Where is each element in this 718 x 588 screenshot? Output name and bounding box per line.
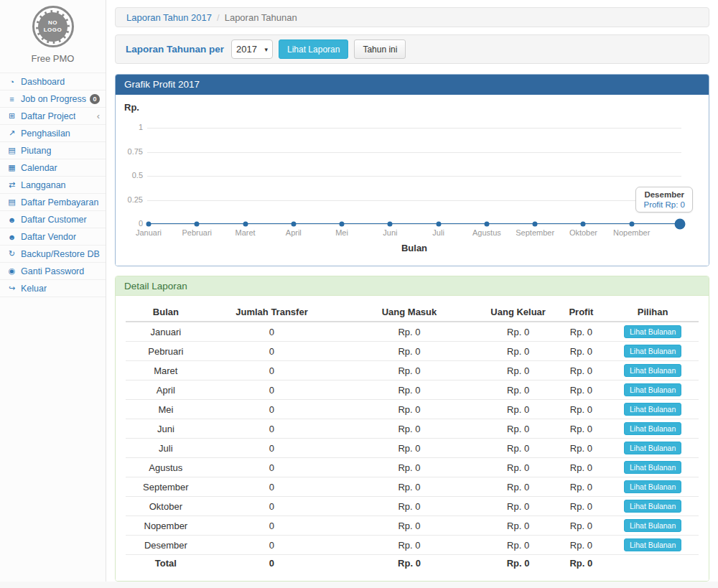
sidebar-item-daftar-project[interactable]: ⊞Daftar Project‹ xyxy=(0,108,106,125)
data-point-mei[interactable] xyxy=(340,222,345,227)
logo-text-line2: LOGO xyxy=(44,27,62,34)
breadcrumb-link-laporan-tahun[interactable]: Laporan Tahun 2017 xyxy=(126,12,212,23)
sidebar-item-penghasilan[interactable]: ↗Penghasilan xyxy=(0,125,106,142)
lihat-laporan-button[interactable]: Lihat Laporan xyxy=(279,39,348,59)
table-row: Nopember0Rp. 0Rp. 0Rp. 0Lihat Bulanan xyxy=(126,516,699,536)
data-point-maret[interactable] xyxy=(243,222,248,227)
cell-bulan: Juni xyxy=(126,419,206,439)
lihat-bulanan-button-april[interactable]: Lihat Bulanan xyxy=(624,383,681,396)
year-select-value: 2017 xyxy=(236,44,257,55)
lihat-bulanan-button-mei[interactable]: Lihat Bulanan xyxy=(624,403,681,416)
table-row: Mei0Rp. 0Rp. 0Rp. 0Lihat Bulanan xyxy=(126,400,699,419)
logo-text-line1: NO xyxy=(48,19,57,27)
cell-uang-masuk: Rp. 0 xyxy=(337,555,481,572)
lihat-bulanan-button-oktober[interactable]: Lihat Bulanan xyxy=(624,500,681,513)
cell-profit: Rp. 0 xyxy=(555,361,607,381)
table-row: Juli0Rp. 0Rp. 0Rp. 0Lihat Bulanan xyxy=(126,439,699,458)
cell-pilihan: Lihat Bulanan xyxy=(607,400,699,419)
x-tick-label: Pebruari xyxy=(182,228,212,237)
x-tick-label: Januari xyxy=(136,228,162,237)
cell-uang-masuk: Rp. 0 xyxy=(337,458,481,477)
users-icon: ☻ xyxy=(6,233,18,241)
cell-uang-masuk: Rp. 0 xyxy=(337,322,481,342)
cell-jumlah-transfer: 0 xyxy=(206,516,338,536)
sidebar-item-daftar-pembayaran[interactable]: ▤Daftar Pembayaran xyxy=(0,194,106,211)
data-point-juli[interactable] xyxy=(436,222,441,227)
sidebar-item-keluar[interactable]: ↪Keluar xyxy=(0,280,106,297)
cell-uang-keluar: Rp. 0 xyxy=(481,516,556,536)
table-row: September0Rp. 0Rp. 0Rp. 0Lihat Bulanan xyxy=(126,477,699,497)
sidebar-item-job-on-progress[interactable]: ≡Job on Progress0 xyxy=(0,90,106,108)
sidebar-item-calendar[interactable]: ▦Calendar xyxy=(0,159,106,177)
data-point-desember[interactable] xyxy=(675,219,686,230)
lock-icon: ◉ xyxy=(6,266,18,276)
sidebar-item-langganan[interactable]: ⇄Langganan xyxy=(0,177,106,194)
lihat-bulanan-button-september[interactable]: Lihat Bulanan xyxy=(624,480,681,493)
dashboard-icon: ◔ xyxy=(6,78,18,86)
table-row: Juni0Rp. 0Rp. 0Rp. 0Lihat Bulanan xyxy=(126,419,699,439)
x-tick-label: Nopember xyxy=(613,228,650,237)
sidebar-item-daftar-customer[interactable]: ☻Daftar Customer xyxy=(0,211,106,228)
data-point-juni[interactable] xyxy=(388,222,393,227)
sidebar-item-backup-restore-db[interactable]: ↻Backup/Restore DB xyxy=(0,246,106,263)
lihat-bulanan-button-maret[interactable]: Lihat Bulanan xyxy=(624,364,681,377)
cell-uang-keluar: Rp. 0 xyxy=(481,361,556,381)
table-row: Oktober0Rp. 0Rp. 0Rp. 0Lihat Bulanan xyxy=(126,497,699,516)
data-point-oktober[interactable] xyxy=(581,222,586,227)
profit-chart-panel: Grafik Profit 2017 Rp. JanuariPebruariMa… xyxy=(115,74,709,266)
cell-profit: Rp. 0 xyxy=(555,342,607,361)
sidebar-item-label: Piutang xyxy=(21,146,51,156)
cell-uang-masuk: Rp. 0 xyxy=(337,516,481,536)
sidebar-item-ganti-password[interactable]: ◉Ganti Password xyxy=(0,263,106,280)
cell-uang-masuk: Rp. 0 xyxy=(337,361,481,381)
tooltip-value: Profit Rp: 0 xyxy=(643,200,685,209)
profit-line-chart: Rp. JanuariPebruariMaretAprilMeiJuniJuli… xyxy=(116,95,709,266)
tahun-ini-button[interactable]: Tahun ini xyxy=(354,39,406,59)
lihat-bulanan-button-desember[interactable]: Lihat Bulanan xyxy=(624,538,681,551)
lihat-bulanan-button-nopember[interactable]: Lihat Bulanan xyxy=(624,519,681,532)
cell-uang-masuk: Rp. 0 xyxy=(337,439,481,458)
lihat-bulanan-button-juli[interactable]: Lihat Bulanan xyxy=(624,442,681,454)
breadcrumb-separator: / xyxy=(217,12,220,23)
data-point-nopember[interactable] xyxy=(629,222,634,227)
year-select[interactable]: 2017 ▾ xyxy=(231,39,273,59)
cell-profit: Rp. 0 xyxy=(555,497,607,516)
lihat-bulanan-button-agustus[interactable]: Lihat Bulanan xyxy=(624,461,681,474)
chart-panel-title: Grafik Profit 2017 xyxy=(116,75,709,95)
cell-jumlah-transfer: 0 xyxy=(206,555,338,572)
data-point-agustus[interactable] xyxy=(484,222,489,227)
sign-out-icon: ↪ xyxy=(6,284,18,293)
data-point-april[interactable] xyxy=(291,222,296,227)
cell-profit: Rp. 0 xyxy=(555,555,607,572)
column-header-pilihan: Pilihan xyxy=(607,303,699,322)
sidebar-item-label: Job on Progress xyxy=(21,94,86,104)
cell-bulan: Nopember xyxy=(126,516,206,536)
data-point-september[interactable] xyxy=(533,222,538,227)
cell-jumlah-transfer: 0 xyxy=(206,458,338,477)
main-content: Laporan Tahun 2017 / Laporan Tahunan Lap… xyxy=(106,0,718,582)
sidebar-item-dashboard[interactable]: ◔Dashboard xyxy=(0,73,106,90)
cell-uang-masuk: Rp. 0 xyxy=(337,497,481,516)
data-point-januari[interactable] xyxy=(146,222,151,227)
sidebar-item-label: Dashboard xyxy=(21,77,65,87)
sidebar-item-piutang[interactable]: ▤Piutang xyxy=(0,142,106,159)
lihat-bulanan-button-juni[interactable]: Lihat Bulanan xyxy=(624,422,681,435)
data-point-pebruari[interactable] xyxy=(195,222,200,227)
cell-profit: Rp. 0 xyxy=(555,381,607,400)
cell-jumlah-transfer: 0 xyxy=(206,497,338,516)
cell-bulan: Maret xyxy=(126,361,206,381)
cell-uang-keluar: Rp. 0 xyxy=(481,458,556,477)
lihat-bulanan-button-pebruari[interactable]: Lihat Bulanan xyxy=(624,345,681,358)
x-axis-title: Bulan xyxy=(149,243,680,253)
cell-jumlah-transfer: 0 xyxy=(206,361,338,381)
column-header-uang-masuk: Uang Masuk xyxy=(337,303,481,322)
tooltip-month: Desember xyxy=(643,190,685,199)
calendar-icon: ▦ xyxy=(6,163,18,172)
cell-jumlah-transfer: 0 xyxy=(206,400,338,419)
sidebar-item-label: Keluar xyxy=(21,284,47,294)
cell-uang-masuk: Rp. 0 xyxy=(337,381,481,400)
lihat-bulanan-button-januari[interactable]: Lihat Bulanan xyxy=(624,325,681,338)
sidebar-item-daftar-vendor[interactable]: ☻Daftar Vendor xyxy=(0,228,106,246)
sidebar-item-label: Calendar xyxy=(21,163,57,173)
money-icon: ▤ xyxy=(6,197,18,207)
